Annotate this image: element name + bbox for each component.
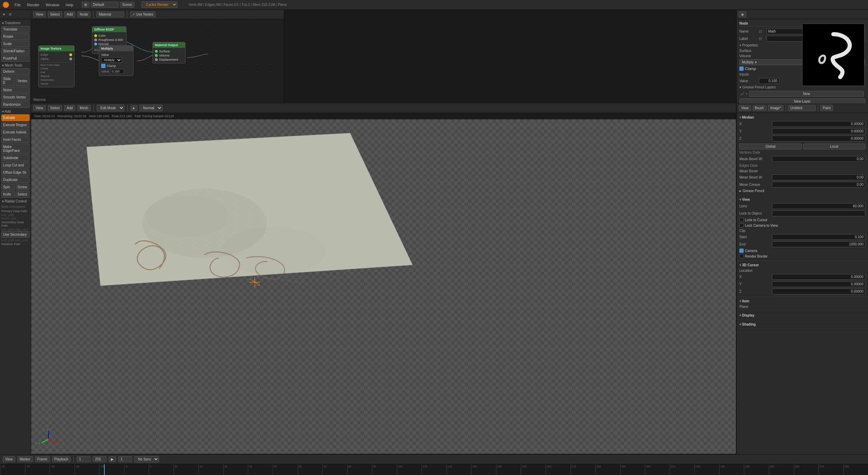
add-btn-toolbar[interactable]: Add bbox=[64, 105, 75, 111]
value-input[interactable] bbox=[759, 78, 780, 84]
knife-btn[interactable]: Knife bbox=[1, 191, 15, 198]
view-header[interactable]: View bbox=[739, 197, 865, 202]
radial-control-header[interactable]: Radial Control bbox=[1, 198, 29, 204]
select-btn[interactable]: Select bbox=[16, 191, 30, 198]
normal-socket[interactable] bbox=[94, 43, 97, 45]
camera-checkbox[interactable] bbox=[739, 249, 744, 253]
shading-header[interactable]: Shading bbox=[739, 321, 865, 327]
randomize-btn[interactable]: Randomize bbox=[1, 101, 29, 108]
node-select-btn[interactable]: Select bbox=[48, 11, 62, 17]
current-frame-input[interactable] bbox=[118, 456, 132, 462]
z-input[interactable] bbox=[772, 136, 865, 141]
screen-layout-btn[interactable]: ⊞ bbox=[82, 2, 89, 8]
translate-btn[interactable]: Translate bbox=[1, 26, 29, 33]
timeline-playhead[interactable] bbox=[104, 464, 105, 475]
surface-socket[interactable] bbox=[155, 50, 158, 53]
add-section-header[interactable]: Add bbox=[1, 109, 29, 114]
end-frame-input[interactable] bbox=[93, 456, 106, 462]
display-header[interactable]: Display bbox=[739, 312, 865, 318]
extrude-region-btn[interactable]: Extrude Region bbox=[1, 122, 29, 128]
shading-select[interactable]: Normal bbox=[139, 105, 163, 111]
timeline-view-btn[interactable]: View bbox=[3, 456, 15, 462]
shading-btn[interactable]: ● bbox=[130, 105, 137, 111]
r3d-brush-btn[interactable]: Brush bbox=[753, 105, 766, 111]
menu-window[interactable]: Window bbox=[44, 2, 61, 8]
shrink-flatten-btn[interactable]: Shrink/Flatten bbox=[1, 48, 29, 54]
mean-bevel-input[interactable] bbox=[772, 174, 865, 180]
push-pull-btn[interactable]: PushPull bbox=[1, 55, 29, 62]
menu-file[interactable]: File bbox=[13, 2, 22, 8]
offset-edge-btn[interactable]: Offset Edge Sli. bbox=[1, 169, 29, 176]
loop-cut-btn[interactable]: Loop Cut and bbox=[1, 162, 29, 169]
timeline-marker-btn[interactable]: Marker bbox=[17, 456, 33, 462]
subdivide-btn[interactable]: Subdivide bbox=[1, 155, 29, 161]
node-canvas[interactable]: Image Texture Color Alpha Non Color Data… bbox=[31, 19, 284, 103]
menu-render[interactable]: Render bbox=[26, 2, 41, 8]
timeline-area[interactable]: -55 -45 -35 -25 -15 -5 5 15 25 35 45 55 … bbox=[0, 464, 868, 475]
spin-btn[interactable]: Spin bbox=[1, 184, 15, 190]
mean-bevel-w-input[interactable] bbox=[772, 156, 865, 162]
inset-faces-btn[interactable]: Inset Faces bbox=[1, 136, 29, 143]
gp-expand-arrow[interactable]: ▸ bbox=[739, 189, 741, 193]
x-input[interactable] bbox=[772, 121, 865, 127]
node-add-btn[interactable]: Add bbox=[64, 11, 75, 17]
multiply-val-input[interactable] bbox=[110, 69, 124, 74]
deform-btn[interactable]: Deform bbox=[1, 68, 29, 75]
left-panel-icon1[interactable]: ⊕ bbox=[1, 12, 6, 17]
paint-btn[interactable]: Paint bbox=[820, 105, 833, 111]
menu-help[interactable]: Help bbox=[64, 2, 75, 8]
bsdf-color-socket[interactable] bbox=[94, 34, 97, 37]
extrude-individual-btn[interactable]: Extrude Individ. bbox=[1, 129, 29, 136]
sync-select[interactable]: No Sync bbox=[134, 456, 159, 463]
item-header[interactable]: Item bbox=[739, 298, 865, 304]
multiply-node[interactable]: Multiply Value Multiply Clamp Value bbox=[99, 45, 133, 76]
r3d-image-btn[interactable]: Image* bbox=[768, 105, 784, 111]
use-nodes-btn[interactable]: ✓ Use Nodes bbox=[130, 11, 156, 17]
slide-edge-btn[interactable]: Slide E bbox=[1, 76, 15, 86]
edit-mode-select[interactable]: Edit Mode bbox=[97, 105, 124, 111]
node-node-btn[interactable]: Node bbox=[77, 11, 90, 17]
start-input[interactable] bbox=[772, 234, 865, 240]
loc-x-input[interactable] bbox=[772, 274, 865, 280]
smooth-vertex-btn[interactable]: Smooth Vertex bbox=[1, 94, 29, 101]
timeline-frame-btn[interactable]: Frame bbox=[35, 456, 50, 462]
extrude-btn[interactable]: Extrude bbox=[1, 114, 29, 121]
mean-crease-input[interactable] bbox=[772, 182, 865, 188]
r3d-view-btn[interactable]: View bbox=[739, 105, 751, 111]
start-frame-input[interactable] bbox=[77, 456, 90, 462]
loc-z-input[interactable] bbox=[772, 288, 865, 294]
median-header[interactable]: Median bbox=[739, 114, 865, 120]
make-edge-face-btn[interactable]: Make Edge/Face bbox=[1, 144, 29, 154]
select-btn-toolbar[interactable]: Select bbox=[48, 105, 62, 111]
use-secondary-btn[interactable]: Use Secondary bbox=[1, 231, 29, 238]
node-view-btn[interactable]: View bbox=[33, 11, 46, 17]
noise-btn[interactable]: Noise bbox=[1, 87, 29, 93]
loc-y-input[interactable] bbox=[772, 281, 865, 287]
render-engine-select[interactable]: Cycles Render bbox=[141, 1, 177, 8]
viewport-canvas[interactable]: x y z (1) Plane bbox=[31, 119, 736, 454]
viewport-3d[interactable]: View Select Add Mesh Edit Mode ● Normal … bbox=[31, 103, 736, 454]
cursor-header[interactable]: 3D Cursor bbox=[739, 262, 865, 268]
scale-btn[interactable]: Scale bbox=[1, 41, 29, 47]
material-select[interactable] bbox=[96, 11, 124, 17]
gp-new-btn[interactable]: New bbox=[749, 91, 864, 97]
timeline-playback-btn[interactable]: Playback bbox=[52, 456, 71, 462]
roughness-socket[interactable] bbox=[94, 38, 97, 41]
lock-to-object-input[interactable] bbox=[772, 210, 865, 216]
lock-camera-checkbox[interactable] bbox=[739, 223, 744, 227]
material-output-node[interactable]: Material Output Surface Volume Displacem… bbox=[153, 42, 185, 63]
untitled-input[interactable] bbox=[788, 105, 816, 111]
duplicate-btn[interactable]: Duplicate bbox=[1, 176, 29, 183]
view-btn[interactable]: View bbox=[33, 105, 46, 111]
clamp-checkbox[interactable] bbox=[101, 64, 105, 68]
transform-section-header[interactable]: Transform bbox=[1, 20, 29, 26]
lock-cursor-checkbox[interactable] bbox=[739, 218, 744, 222]
play-btn[interactable]: ▶ bbox=[108, 456, 116, 462]
y-input[interactable] bbox=[772, 128, 865, 134]
end-input[interactable] bbox=[772, 241, 865, 247]
volume-socket[interactable] bbox=[155, 54, 158, 57]
left-panel-icon2[interactable]: ⊡ bbox=[8, 12, 12, 17]
multiply-type-select[interactable]: Multiply bbox=[101, 57, 122, 63]
alpha-socket[interactable] bbox=[69, 58, 72, 60]
displacement-socket[interactable] bbox=[155, 58, 158, 61]
